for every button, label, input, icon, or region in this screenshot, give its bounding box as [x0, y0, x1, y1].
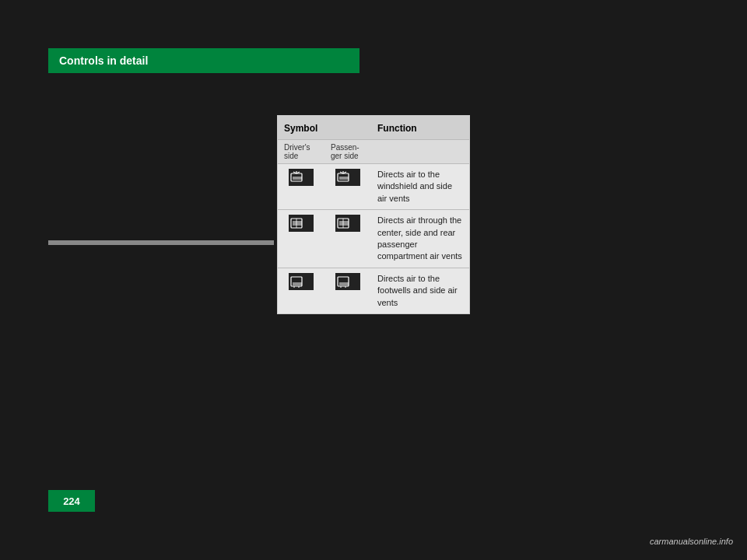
row3-function-text: Directs air to the footwells and side ai…: [371, 273, 469, 309]
page-number: 224: [63, 495, 80, 507]
symbol-header-label: Symbol: [284, 123, 317, 134]
row2-driver-icon-cell: [278, 215, 324, 232]
function-subheader-empty: [371, 140, 469, 163]
driver-vent-icon-3: [289, 273, 314, 290]
function-column-header: Function: [371, 116, 469, 139]
header-title: Controls in detail: [59, 54, 148, 67]
table-row: Directs air to the windshield and side a…: [278, 164, 469, 210]
watermark: carmanualsonline.info: [650, 537, 733, 546]
row2-passenger-icon-cell: [324, 215, 371, 232]
passenger-vent-icon-3: [335, 273, 360, 290]
table-row: Directs air through the center, side and…: [278, 210, 469, 268]
symbol-function-table: Symbol Function Driver's side Passen- ge…: [277, 115, 470, 314]
row3-passenger-icon-cell: [324, 273, 371, 290]
table-header-row: Symbol Function: [278, 116, 469, 140]
driver-vent-icon-2: [289, 215, 314, 232]
row3-driver-icon-cell: [278, 273, 324, 290]
function-header-label: Function: [377, 123, 417, 134]
table-sub-header: Driver's side Passen- ger side: [278, 140, 469, 164]
decorative-line: [48, 240, 274, 245]
table-row: Directs air to the footwells and side ai…: [278, 268, 469, 313]
passenger-side-label: Passen- ger side: [324, 140, 371, 163]
row2-function-text: Directs air through the center, side and…: [371, 215, 469, 263]
symbol-column-header: Symbol: [278, 116, 371, 139]
passenger-vent-icon-1: [335, 169, 360, 186]
passenger-vent-icon-2: [335, 215, 360, 232]
row1-passenger-icon-cell: [324, 169, 371, 186]
header-bar: Controls in detail: [48, 48, 359, 73]
driver-vent-icon-1: [289, 169, 314, 186]
row1-driver-icon-cell: [278, 169, 324, 186]
page-number-box: 224: [48, 490, 95, 512]
row1-function-text: Directs air to the windshield and side a…: [371, 169, 469, 205]
driver-side-label: Driver's side: [278, 140, 324, 163]
